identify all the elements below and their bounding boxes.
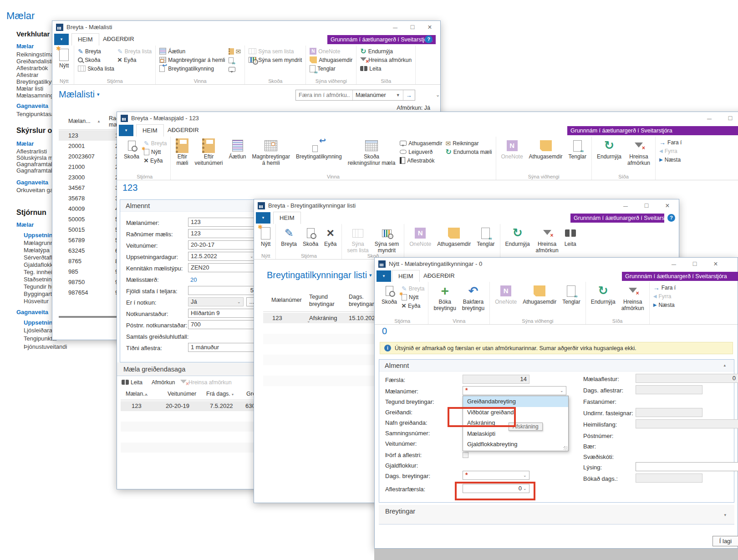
- sidebar-item[interactable]: Aflestrarlisti: [16, 148, 47, 155]
- er-i-notkun-select[interactable]: Já: [188, 297, 244, 306]
- new-button[interactable]: Nýtt: [144, 148, 167, 156]
- sidebar-item[interactable]: Aflestrar: [16, 71, 38, 78]
- minimize-button[interactable]: [387, 21, 404, 33]
- caret-icon[interactable]: ▾: [369, 272, 372, 278]
- sidebar-group-uppsetning2[interactable]: Uppsetning: [24, 319, 56, 326]
- tab-adgerdir[interactable]: AÐGERÐIR: [162, 124, 205, 137]
- page-icon[interactable]: [229, 57, 234, 63]
- tab-heim[interactable]: HEIM: [136, 124, 164, 137]
- notes-button[interactable]: Athugasemdir: [310, 56, 352, 64]
- app-menu-button[interactable]: [377, 270, 391, 282]
- view-list-button[interactable]: Skoða lista: [78, 64, 114, 73]
- tab-heim[interactable]: HEIM: [392, 270, 420, 282]
- post-change-button[interactable]: Bókabreytingu: [432, 283, 457, 312]
- new-button[interactable]: Nýtt: [58, 47, 70, 70]
- saga-col-fra-dags[interactable]: Frá dags.: [206, 391, 230, 397]
- view-button[interactable]: Skoða: [301, 225, 320, 248]
- onenote-button[interactable]: OneNote: [408, 225, 433, 248]
- col-dags[interactable]: Dags.: [349, 294, 364, 300]
- resize-grip[interactable]: [564, 446, 568, 450]
- edit-list-button[interactable]: Breyta lista: [117, 47, 152, 56]
- links-button[interactable]: Tenglar: [561, 283, 581, 306]
- notkunarstadur-field[interactable]: Hlíðartún 9: [188, 309, 256, 318]
- links-button[interactable]: Tenglar: [475, 225, 496, 248]
- dropdown-item[interactable]: Greiðandabreyting: [463, 396, 568, 407]
- quantity-change-button[interactable]: Magnbreytingar á hemli: [159, 56, 225, 64]
- veitunumer-field[interactable]: 20-20-17: [188, 240, 256, 249]
- filter-input[interactable]: [296, 90, 352, 100]
- expand-chevron-icon[interactable]: ⌄: [436, 92, 440, 98]
- book-icon[interactable]: [229, 48, 234, 55]
- change-notice-button[interactable]: Breytingatilkynning: [159, 64, 225, 73]
- new-button[interactable]: Nýtt: [260, 225, 272, 248]
- fasttab-header[interactable]: Almennt: [379, 360, 734, 372]
- refresh-button[interactable]: Endurnýja: [504, 225, 531, 248]
- show-as-list-button[interactable]: Sýna sem lista: [249, 47, 302, 56]
- postnr-field[interactable]: 700: [188, 320, 256, 329]
- maximize-button[interactable]: [404, 21, 421, 33]
- minimize-button[interactable]: [665, 258, 682, 270]
- refresh-button[interactable]: Endurnýja: [595, 138, 623, 161]
- next-button[interactable]: Næsta: [659, 155, 682, 164]
- chevron-down-icon[interactable]: ⌄: [523, 473, 527, 478]
- refresh-button[interactable]: Endurnýja: [360, 47, 412, 56]
- show-as-chart-button[interactable]: Sýna semmyndrit: [373, 225, 400, 255]
- app-menu-button[interactable]: [256, 212, 270, 224]
- dropdown-item[interactable]: Viðbótar greiðandi: [463, 407, 568, 418]
- clear-filter-button[interactable]: Hreinsaafmörkun: [620, 283, 646, 312]
- uppsetningardagur-field[interactable]: 12.5.2022: [188, 252, 256, 261]
- comments-button[interactable]: Athugasemdir: [400, 139, 442, 148]
- titlebar[interactable]: Nýtt - Mælabreytingatilkynningar - 0: [375, 258, 738, 270]
- previous-button[interactable]: Fyrra: [659, 147, 682, 155]
- sidebar-group-maelar3[interactable]: Mælar: [16, 221, 34, 228]
- saga-clear-filter-button[interactable]: Hreinsa afmörkun: [180, 378, 232, 387]
- fasttab-breytingar[interactable]: Breytingar ▾: [379, 505, 734, 524]
- aflestrarfaersla-field[interactable]: 0: [463, 484, 529, 493]
- mail-icon[interactable]: [236, 48, 241, 55]
- lysing-field[interactable]: [636, 462, 738, 471]
- edit-button[interactable]: Breyta: [402, 284, 424, 293]
- sidebar-group-gagnaveita3[interactable]: Gagnaveita: [16, 309, 48, 316]
- next-button[interactable]: Næsta: [653, 300, 676, 309]
- saga-find-button[interactable]: Leita: [122, 378, 143, 387]
- onenote-button[interactable]: OneNote: [310, 47, 352, 56]
- by-utility-number-button[interactable]: Eftirveitunúmeri: [193, 138, 224, 167]
- onenote-button[interactable]: OneNote: [494, 283, 518, 306]
- change-notice-button[interactable]: Breytingatilkynning: [295, 138, 343, 161]
- quantity-change-button[interactable]: Magnbreytingará hemli: [251, 138, 291, 167]
- new-button[interactable]: Nýtt: [402, 293, 424, 301]
- saga-col-veitunumer[interactable]: Veitunúmer: [168, 391, 196, 397]
- collapse-chevron-icon[interactable]: ▴: [723, 363, 726, 367]
- find-button[interactable]: Leita: [360, 64, 412, 73]
- rent-price-button[interactable]: Leiguverð: [400, 148, 442, 156]
- minimize-button[interactable]: [701, 112, 718, 124]
- delete-button[interactable]: Eyða: [402, 301, 424, 310]
- titlebar[interactable]: Breyta - Mælaspjald - 123: [117, 112, 738, 124]
- ok-button[interactable]: Í lagi: [713, 536, 738, 546]
- help-icon[interactable]: [425, 36, 433, 43]
- caret-icon[interactable]: ▾: [97, 92, 100, 97]
- maximize-button[interactable]: [686, 258, 703, 270]
- sidebar-item[interactable]: Sérverðtafla: [24, 254, 56, 261]
- thorf-a-aflestri-checkbox[interactable]: [463, 452, 468, 458]
- chevron-down-icon[interactable]: ⌄: [523, 486, 527, 491]
- notes-button[interactable]: Athugasemdir: [521, 283, 558, 306]
- minimize-button[interactable]: [617, 199, 634, 212]
- sidebar-group-maelar[interactable]: Mælar: [16, 43, 34, 50]
- sidebar-item[interactable]: Húsveitur: [24, 298, 49, 305]
- previous-button[interactable]: Fyrra: [653, 292, 676, 300]
- notes-button[interactable]: Athugasemdir: [436, 225, 472, 248]
- sidebar-group-uppsetning[interactable]: Uppsetning: [24, 232, 56, 239]
- sidebar-item[interactable]: Aflestrarbók: [16, 65, 48, 71]
- col-maelanumer[interactable]: Mælanúmer: [271, 297, 302, 303]
- delete-button[interactable]: Eyða: [144, 156, 167, 165]
- chevron-down-icon[interactable]: ⌄: [250, 254, 254, 259]
- close-button[interactable]: [421, 21, 438, 33]
- plan-button[interactable]: Áætlun: [159, 47, 225, 56]
- view-button[interactable]: Skoða: [122, 138, 141, 161]
- help-icon[interactable]: [667, 214, 675, 222]
- kennitakn-field[interactable]: ZEN20: [188, 263, 256, 272]
- sidebar-item[interactable]: Ljósleiðarar: [24, 327, 54, 334]
- sidebar-group-gagnaveita2[interactable]: Gagnaveita: [16, 179, 48, 186]
- dags-breytingar-combo[interactable]: [463, 471, 529, 480]
